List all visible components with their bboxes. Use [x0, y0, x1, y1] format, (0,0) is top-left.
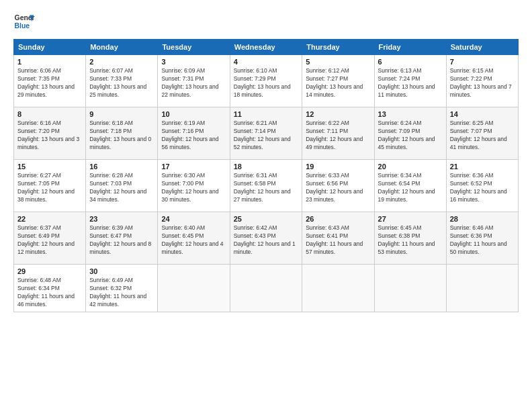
day-cell: 22Sunrise: 6:37 AMSunset: 6:49 PMDayligh… — [14, 212, 86, 265]
week-row-1: 1Sunrise: 6:06 AMSunset: 7:35 PMDaylight… — [14, 55, 519, 107]
day-cell — [302, 265, 374, 312]
header-row: SundayMondayTuesdayWednesdayThursdayFrid… — [14, 40, 519, 55]
day-number: 10 — [161, 110, 226, 118]
col-header-thursday: Thursday — [302, 40, 374, 55]
day-detail: Sunrise: 6:09 AMSunset: 7:31 PMDaylight:… — [161, 67, 226, 99]
day-detail: Sunrise: 6:36 AMSunset: 6:52 PMDaylight:… — [450, 172, 515, 204]
day-detail: Sunrise: 6:31 AMSunset: 6:58 PMDaylight:… — [234, 172, 299, 204]
day-cell: 12Sunrise: 6:22 AMSunset: 7:11 PMDayligh… — [302, 107, 374, 160]
day-detail: Sunrise: 6:12 AMSunset: 7:27 PMDaylight:… — [306, 67, 370, 99]
day-detail: Sunrise: 6:06 AMSunset: 7:35 PMDaylight:… — [17, 67, 82, 99]
calendar-table: SundayMondayTuesdayWednesdayThursdayFrid… — [13, 39, 519, 312]
day-number: 12 — [306, 110, 370, 118]
day-cell: 16Sunrise: 6:28 AMSunset: 7:03 PMDayligh… — [86, 160, 158, 212]
day-cell: 19Sunrise: 6:33 AMSunset: 6:56 PMDayligh… — [302, 160, 374, 212]
col-header-tuesday: Tuesday — [158, 40, 230, 55]
day-number: 9 — [89, 110, 154, 118]
day-number: 28 — [450, 215, 515, 223]
day-cell: 30Sunrise: 6:49 AMSunset: 6:32 PMDayligh… — [86, 265, 158, 312]
day-number: 5 — [306, 58, 370, 66]
day-detail: Sunrise: 6:40 AMSunset: 6:45 PMDaylight:… — [161, 224, 226, 257]
day-cell: 21Sunrise: 6:36 AMSunset: 6:52 PMDayligh… — [446, 160, 518, 212]
day-number: 13 — [378, 110, 443, 118]
day-cell: 25Sunrise: 6:42 AMSunset: 6:43 PMDayligh… — [230, 212, 302, 265]
day-cell: 18Sunrise: 6:31 AMSunset: 6:58 PMDayligh… — [230, 160, 302, 212]
day-number: 26 — [306, 215, 370, 223]
day-detail: Sunrise: 6:18 AMSunset: 7:18 PMDaylight:… — [89, 120, 154, 152]
day-number: 30 — [89, 267, 154, 275]
day-cell: 14Sunrise: 6:25 AMSunset: 7:07 PMDayligh… — [446, 107, 518, 160]
day-cell: 8Sunrise: 6:16 AMSunset: 7:20 PMDaylight… — [14, 107, 86, 160]
col-header-sunday: Sunday — [14, 40, 86, 55]
day-cell: 20Sunrise: 6:34 AMSunset: 6:54 PMDayligh… — [374, 160, 446, 212]
day-cell: 4Sunrise: 6:10 AMSunset: 7:29 PMDaylight… — [230, 55, 302, 107]
day-detail: Sunrise: 6:42 AMSunset: 6:43 PMDaylight:… — [234, 224, 299, 257]
day-number: 20 — [378, 163, 443, 171]
day-detail: Sunrise: 6:07 AMSunset: 7:33 PMDaylight:… — [89, 67, 154, 99]
day-cell: 5Sunrise: 6:12 AMSunset: 7:27 PMDaylight… — [302, 55, 374, 107]
day-detail: Sunrise: 6:15 AMSunset: 7:22 PMDaylight:… — [450, 67, 515, 99]
day-cell: 15Sunrise: 6:27 AMSunset: 7:05 PMDayligh… — [14, 160, 86, 212]
svg-text:Blue: Blue — [15, 22, 30, 30]
day-number: 21 — [450, 163, 515, 171]
day-number: 22 — [17, 215, 82, 223]
day-number: 6 — [378, 58, 443, 66]
day-detail: Sunrise: 6:16 AMSunset: 7:20 PMDaylight:… — [17, 120, 82, 152]
day-cell — [158, 265, 230, 312]
day-number: 18 — [234, 163, 299, 171]
day-detail: Sunrise: 6:27 AMSunset: 7:05 PMDaylight:… — [17, 172, 82, 204]
day-detail: Sunrise: 6:19 AMSunset: 7:16 PMDaylight:… — [161, 120, 226, 152]
day-number: 11 — [234, 110, 299, 118]
col-header-monday: Monday — [86, 40, 158, 55]
day-number: 29 — [17, 267, 82, 275]
col-header-saturday: Saturday — [446, 40, 518, 55]
page-container: General Blue SundayMondayTuesdayWednesda… — [0, 0, 532, 319]
day-cell: 2Sunrise: 6:07 AMSunset: 7:33 PMDaylight… — [86, 55, 158, 107]
logo-icon: General Blue — [13, 11, 35, 32]
col-header-wednesday: Wednesday — [230, 40, 302, 55]
day-cell: 27Sunrise: 6:45 AMSunset: 6:38 PMDayligh… — [374, 212, 446, 265]
day-number: 8 — [17, 110, 82, 118]
day-number: 15 — [17, 163, 82, 171]
day-detail: Sunrise: 6:39 AMSunset: 6:47 PMDaylight:… — [89, 224, 154, 257]
day-cell: 17Sunrise: 6:30 AMSunset: 7:00 PMDayligh… — [158, 160, 230, 212]
day-cell — [374, 265, 446, 312]
day-cell: 13Sunrise: 6:24 AMSunset: 7:09 PMDayligh… — [374, 107, 446, 160]
col-header-friday: Friday — [374, 40, 446, 55]
day-cell: 11Sunrise: 6:21 AMSunset: 7:14 PMDayligh… — [230, 107, 302, 160]
day-detail: Sunrise: 6:45 AMSunset: 6:38 PMDaylight:… — [378, 224, 443, 257]
day-detail: Sunrise: 6:46 AMSunset: 6:36 PMDaylight:… — [450, 224, 515, 257]
day-number: 27 — [378, 215, 443, 223]
day-detail: Sunrise: 6:49 AMSunset: 6:32 PMDaylight:… — [89, 277, 154, 309]
day-detail: Sunrise: 6:28 AMSunset: 7:03 PMDaylight:… — [89, 172, 154, 204]
day-detail: Sunrise: 6:25 AMSunset: 7:07 PMDaylight:… — [450, 120, 515, 152]
day-number: 1 — [17, 58, 82, 66]
day-detail: Sunrise: 6:34 AMSunset: 6:54 PMDaylight:… — [378, 172, 443, 204]
day-number: 2 — [89, 58, 154, 66]
day-number: 3 — [161, 58, 226, 66]
day-cell: 23Sunrise: 6:39 AMSunset: 6:47 PMDayligh… — [86, 212, 158, 265]
week-row-4: 22Sunrise: 6:37 AMSunset: 6:49 PMDayligh… — [14, 212, 519, 265]
day-detail: Sunrise: 6:48 AMSunset: 6:34 PMDaylight:… — [17, 277, 82, 309]
week-row-5: 29Sunrise: 6:48 AMSunset: 6:34 PMDayligh… — [14, 265, 519, 312]
day-detail: Sunrise: 6:33 AMSunset: 6:56 PMDaylight:… — [306, 172, 370, 204]
day-number: 16 — [89, 163, 154, 171]
day-number: 7 — [450, 58, 515, 66]
day-number: 14 — [450, 110, 515, 118]
week-row-2: 8Sunrise: 6:16 AMSunset: 7:20 PMDaylight… — [14, 107, 519, 160]
day-number: 4 — [234, 58, 299, 66]
day-number: 17 — [161, 163, 226, 171]
day-cell: 3Sunrise: 6:09 AMSunset: 7:31 PMDaylight… — [158, 55, 230, 107]
day-cell: 29Sunrise: 6:48 AMSunset: 6:34 PMDayligh… — [14, 265, 86, 312]
day-cell: 7Sunrise: 6:15 AMSunset: 7:22 PMDaylight… — [446, 55, 518, 107]
day-cell: 9Sunrise: 6:18 AMSunset: 7:18 PMDaylight… — [86, 107, 158, 160]
day-detail: Sunrise: 6:43 AMSunset: 6:41 PMDaylight:… — [306, 224, 370, 257]
day-detail: Sunrise: 6:21 AMSunset: 7:14 PMDaylight:… — [234, 120, 299, 152]
week-row-3: 15Sunrise: 6:27 AMSunset: 7:05 PMDayligh… — [14, 160, 519, 212]
day-detail: Sunrise: 6:30 AMSunset: 7:00 PMDaylight:… — [161, 172, 226, 204]
day-cell: 26Sunrise: 6:43 AMSunset: 6:41 PMDayligh… — [302, 212, 374, 265]
day-cell: 6Sunrise: 6:13 AMSunset: 7:24 PMDaylight… — [374, 55, 446, 107]
day-cell: 24Sunrise: 6:40 AMSunset: 6:45 PMDayligh… — [158, 212, 230, 265]
day-detail: Sunrise: 6:10 AMSunset: 7:29 PMDaylight:… — [234, 67, 299, 99]
day-cell — [446, 265, 518, 312]
